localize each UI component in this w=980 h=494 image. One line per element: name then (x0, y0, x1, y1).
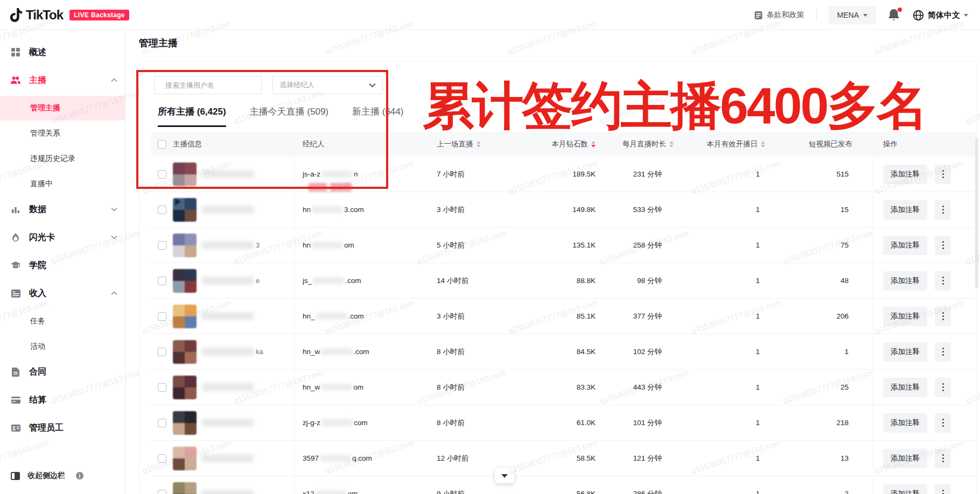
add-note-button[interactable]: 添加注释 (883, 449, 927, 468)
row-checkbox[interactable] (158, 312, 166, 321)
language-selector[interactable]: 简体中文 (913, 10, 968, 21)
avatar (173, 234, 197, 257)
sidebar-item-activities[interactable]: 活动 (0, 334, 125, 359)
add-note-button[interactable]: 添加注释 (883, 413, 927, 433)
chevron-up-icon (111, 78, 117, 82)
sidebar-item-income[interactable]: 收入 (0, 281, 125, 306)
more-actions-button[interactable] (935, 271, 951, 291)
more-actions-button[interactable] (935, 413, 951, 433)
avatar (173, 198, 197, 222)
add-note-button[interactable]: 添加注释 (883, 165, 927, 184)
sidebar-item-label: 结算 (29, 394, 46, 406)
chevron-down-icon (111, 207, 117, 211)
add-note-button[interactable]: 添加注释 (883, 342, 927, 362)
sidebar-item-settlement[interactable]: 结算 (0, 387, 125, 412)
more-actions-button[interactable] (935, 200, 951, 220)
sidebar-item-manage-hosts[interactable]: 管理主播 (0, 96, 125, 121)
header-actions: 操作 (873, 132, 977, 157)
add-note-button[interactable]: 添加注释 (883, 200, 927, 220)
more-actions-button[interactable] (935, 449, 951, 468)
add-note-button[interactable]: 添加注释 (883, 271, 927, 291)
host-name-redacted (202, 312, 254, 320)
terms-and-policies-link[interactable]: 条款和政策 (754, 10, 804, 20)
valid-days-cell: 1 (674, 383, 765, 391)
tab-all-hosts[interactable]: 所有主播 (6,425) (158, 105, 226, 127)
duration-cell: 286 分钟 (596, 489, 674, 494)
more-actions-button[interactable] (935, 236, 951, 255)
row-checkbox[interactable] (158, 383, 166, 392)
sidebar-item-manage-staff[interactable]: 管理员工 (0, 415, 125, 440)
sidebar-item-label: 收入 (29, 288, 46, 299)
sidebar: 概述 主播 管理主播 管理关系 违规历史记录 直播中 数据 闪光卡 学院 收入 … (0, 30, 125, 494)
avatar (173, 447, 197, 470)
row-checkbox[interactable] (158, 348, 166, 356)
sidebar-item-label: 数据 (29, 204, 46, 215)
diamonds-cell: 83.3K (509, 383, 596, 391)
header-valid-live-days[interactable]: 本月有效开播日 (674, 139, 765, 149)
valid-days-cell: 1 (674, 419, 765, 427)
sidebar-item-hosts[interactable]: 主播 (0, 68, 125, 93)
row-checkbox[interactable] (158, 241, 166, 250)
language-label: 简体中文 (928, 10, 960, 20)
sidebar-item-academy[interactable]: 学院 (0, 253, 125, 278)
search-input[interactable] (164, 81, 261, 90)
sort-icon[interactable] (669, 141, 674, 147)
last-live-cell: 12 小时前 (429, 454, 509, 463)
sort-icon[interactable] (477, 141, 481, 147)
row-checkbox[interactable] (158, 277, 166, 285)
sidebar-item-violation-history[interactable]: 违规历史记录 (0, 146, 125, 171)
add-note-button[interactable]: 添加注释 (883, 236, 927, 255)
header-monthly-diamonds[interactable]: 本月钻石数 (509, 139, 596, 149)
sidebar-item-tasks[interactable]: 任务 (0, 309, 125, 334)
sidebar-item-overview[interactable]: 概述 (0, 40, 125, 65)
row-checkbox[interactable] (158, 454, 166, 463)
sort-icon-active[interactable] (591, 141, 596, 147)
videos-cell: 15 (765, 206, 873, 214)
more-actions-button[interactable] (935, 484, 951, 494)
row-checkbox[interactable] (158, 206, 166, 214)
region-selector[interactable]: MENA (829, 6, 876, 24)
table-row: hn_.com 3 小时前 85.1K 377 分钟 1 206 添加注释 (151, 299, 977, 334)
host-name-redacted (202, 170, 254, 178)
scroll-button[interactable] (495, 468, 514, 483)
sidebar-item-flash-card[interactable]: 闪光卡 (0, 225, 125, 250)
avatar (173, 411, 197, 435)
agent-cell: zj-g-zcom (294, 405, 429, 440)
host-name-redacted (202, 206, 254, 214)
header-last-live[interactable]: 上一场直播 (429, 139, 509, 149)
host-name-redacted (202, 454, 254, 462)
row-checkbox[interactable] (158, 419, 166, 427)
header-monthly-live-duration[interactable]: 每月直播时长 (596, 139, 674, 149)
agent-redacted (320, 455, 351, 462)
sort-icon[interactable] (761, 141, 765, 147)
scrollbar[interactable] (975, 138, 978, 288)
sidebar-item-live-now[interactable]: 直播中 (0, 172, 125, 196)
row-checkbox[interactable] (158, 490, 166, 494)
videos-cell: 75 (765, 241, 873, 249)
app-logo[interactable]: TikTok LIVEBackstage (10, 8, 129, 23)
sidebar-item-manage-relationships[interactable]: 管理关系 (0, 121, 125, 146)
add-note-button[interactable]: 添加注释 (883, 307, 927, 326)
valid-days-cell: 1 (674, 206, 765, 214)
more-actions-button[interactable] (935, 342, 951, 362)
tab-new-hosts[interactable]: 新主播 (644) (352, 105, 403, 127)
row-checkbox[interactable] (158, 170, 166, 179)
users-icon (11, 75, 20, 85)
agent-redacted (321, 419, 353, 426)
more-actions-button[interactable] (935, 378, 951, 397)
videos-cell: 25 (765, 383, 873, 391)
more-actions-button[interactable] (935, 307, 951, 326)
tab-hosts-live-today[interactable]: 主播今天直播 (509) (250, 105, 328, 127)
agent-select[interactable]: 选择经纪人 (272, 76, 383, 94)
host-search-box[interactable] (154, 76, 262, 94)
add-note-button[interactable]: 添加注释 (883, 378, 927, 397)
sidebar-item-contract[interactable]: 合同 (0, 359, 125, 384)
collapse-sidebar-button[interactable]: 收起侧边栏 i (0, 465, 125, 486)
sidebar-item-data[interactable]: 数据 (0, 197, 125, 222)
notifications-button[interactable] (888, 9, 901, 22)
annotation-text: 累计签约主播6400多名 (423, 77, 926, 133)
more-actions-button[interactable] (935, 165, 951, 184)
sidebar-item-label: 概述 (29, 47, 46, 58)
select-all-checkbox[interactable] (158, 140, 166, 149)
add-note-button[interactable]: 添加注释 (883, 484, 927, 494)
